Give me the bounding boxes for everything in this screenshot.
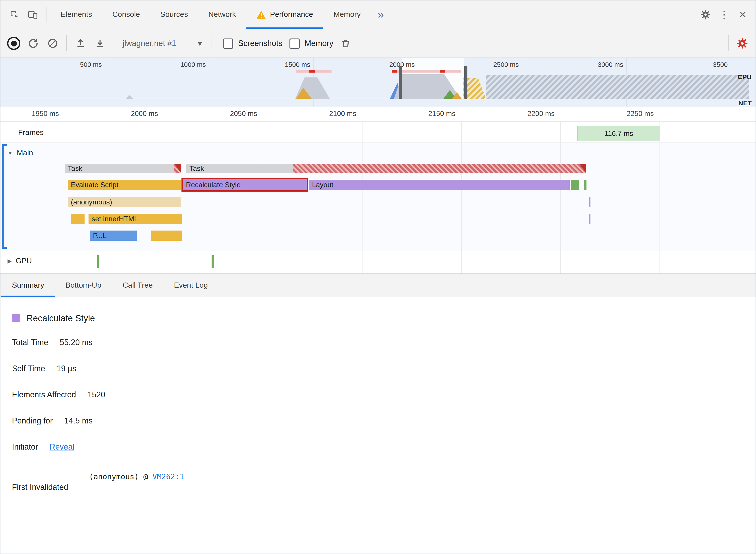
devtools-window: Elements Console Sources Network Perform…	[0, 0, 756, 554]
event-title: Recalculate Style	[26, 313, 95, 323]
gpu-activity-bar[interactable]	[97, 255, 99, 268]
selection-handle-left[interactable]	[399, 66, 402, 99]
gridline	[461, 121, 462, 273]
tab-label: Elements	[61, 10, 92, 19]
overview-tick: 3000 ms	[576, 61, 623, 68]
layout-bar[interactable]: Layout	[309, 180, 570, 190]
long-task-hatched-bar[interactable]	[293, 164, 586, 173]
gpu-activity-bar[interactable]	[212, 255, 214, 268]
timeline-overview[interactable]: 500 ms 1000 ms 1500 ms 2000 ms 2500 ms 3…	[0, 58, 756, 107]
trash-icon[interactable]	[336, 33, 356, 54]
settings-gear-icon[interactable]	[696, 4, 715, 25]
summary-row-label: Pending for	[12, 417, 53, 425]
first-invalidated-row: First Invalidated (anonymous) @ VM262:1	[12, 483, 756, 492]
warning-icon	[256, 10, 266, 19]
summary-row: Pending for14.5 ms	[12, 416, 756, 426]
overview-tick: 2500 ms	[471, 61, 519, 68]
tab-label: Network	[208, 10, 236, 19]
task-bar-label: Task	[190, 165, 204, 172]
kebab-menu-icon[interactable]: ⋮	[715, 4, 734, 25]
script-bar[interactable]	[71, 214, 85, 224]
bar-label: Layout	[312, 181, 333, 188]
recalculate-style-bar[interactable]: Recalculate Style	[181, 178, 308, 191]
set-innerhtml-bar[interactable]: set innerHTML	[89, 214, 182, 224]
load-profile-icon[interactable]	[71, 33, 90, 54]
style-sliver-bar[interactable]	[589, 197, 590, 207]
summary-row: Total Time55.20 ms	[12, 337, 756, 348]
summary-row-label: Initiator	[12, 442, 38, 451]
anonymous-call-bar[interactable]: (anonymous)	[68, 197, 180, 207]
tab-network[interactable]: Network	[198, 0, 246, 29]
flame-chart[interactable]: 1950 ms 2000 ms 2050 ms 2100 ms 2150 ms …	[0, 107, 756, 273]
main-track-header[interactable]: ▼ Main	[7, 149, 33, 158]
bar-label: Evaluate Script	[71, 181, 118, 188]
profile-select[interactable]: jlwagner.net #1 ▼	[118, 34, 208, 53]
task-bar[interactable]: Task	[65, 164, 181, 173]
bar-label: Recalculate Style	[186, 181, 240, 188]
screenshots-checkbox[interactable]: Screenshots	[223, 38, 282, 48]
tab-console[interactable]: Console	[102, 0, 150, 29]
summary-row-value: 14.5 ms	[64, 417, 93, 425]
evaluate-script-bar[interactable]: Evaluate Script	[68, 180, 181, 190]
more-tabs-icon[interactable]: »	[371, 1, 391, 28]
style-sliver-bar[interactable]	[589, 214, 590, 224]
long-task-triangle	[579, 164, 586, 173]
summary-row: Elements Affected1520	[12, 389, 756, 400]
details-tabbar: Summary Bottom-Up Call Tree Event Log	[0, 273, 756, 297]
tab-sources[interactable]: Sources	[150, 0, 198, 29]
record-button[interactable]	[4, 33, 23, 54]
cpu-activity-chart	[0, 72, 756, 99]
tab-memory[interactable]: Memory	[323, 0, 371, 29]
stack-frame-text: (anonymous) @	[89, 472, 153, 481]
parse-html-bar[interactable]: P...L	[90, 230, 137, 241]
capture-settings-gear-icon[interactable]	[733, 33, 752, 54]
reload-and-record-button[interactable]	[23, 33, 43, 54]
divider	[728, 36, 728, 51]
tab-call-tree[interactable]: Call Tree	[112, 274, 163, 297]
initiator-row: InitiatorReveal	[12, 442, 756, 452]
tab-performance[interactable]: Performance	[246, 0, 323, 29]
frame-duration-label: 116.7 ms	[604, 129, 633, 137]
task-bar[interactable]: Task	[186, 164, 293, 173]
tab-event-log[interactable]: Event Log	[163, 274, 218, 297]
timeline-tick: 2100 ms	[307, 110, 356, 118]
divider	[0, 121, 756, 122]
divider	[0, 251, 756, 251]
tab-bottom-up[interactable]: Bottom-Up	[55, 274, 112, 297]
paint-bar[interactable]	[571, 180, 579, 190]
stack-trace-line: (anonymous) @ VM262:1	[89, 472, 184, 481]
tab-elements[interactable]: Elements	[50, 0, 102, 29]
summary-row-label: Total Time	[12, 338, 48, 347]
long-task-marker	[392, 70, 397, 72]
expand-arrow-icon: ▶	[7, 258, 11, 264]
bar-label: set innerHTML	[92, 215, 138, 223]
frames-track-label: Frames	[18, 128, 44, 137]
source-location-link[interactable]: VM262:1	[153, 472, 184, 481]
task-bar-label: Task	[68, 165, 82, 172]
clear-button[interactable]	[43, 33, 62, 54]
overview-tick: 1500 ms	[263, 61, 310, 68]
selection-handle-right[interactable]	[464, 66, 468, 99]
frame-duration-block[interactable]: 116.7 ms	[577, 126, 660, 141]
memory-checkbox[interactable]: Memory	[289, 38, 333, 48]
inspect-icon[interactable]	[5, 4, 23, 25]
profile-select-value: jlwagner.net #1	[123, 39, 176, 48]
tab-summary[interactable]: Summary	[1, 274, 55, 297]
close-icon[interactable]: ×	[734, 4, 752, 25]
timeline-tick: 1950 ms	[9, 110, 59, 118]
overview-tick: 3500	[680, 61, 728, 68]
gridline	[263, 121, 263, 273]
save-profile-icon[interactable]	[90, 33, 110, 54]
summary-row-label: Elements Affected	[12, 390, 76, 399]
bar-label: (anonymous)	[71, 198, 112, 206]
timeline-tick: 2050 ms	[208, 110, 257, 118]
gridline	[65, 121, 65, 273]
device-toolbar-icon[interactable]	[23, 4, 42, 25]
track-title: Main	[17, 149, 33, 158]
performance-toolbar: jlwagner.net #1 ▼ Screenshots Memory	[0, 29, 756, 58]
paint-bar[interactable]	[584, 180, 587, 190]
divider	[0, 143, 756, 143]
gpu-track-header[interactable]: ▶ GPU	[7, 257, 32, 266]
script-bar[interactable]	[151, 230, 182, 241]
reveal-link[interactable]: Reveal	[50, 442, 74, 451]
